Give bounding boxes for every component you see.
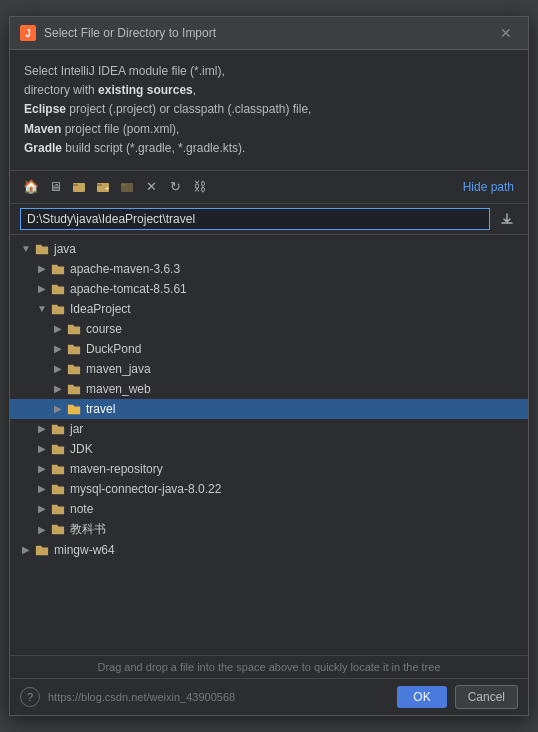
path-row: [10, 204, 528, 235]
folder-icon-course: [66, 321, 82, 337]
tree-label-travel: travel: [86, 402, 115, 416]
tree-label-jar: jar: [70, 422, 83, 436]
chevron-jar: ▶: [34, 423, 50, 434]
tree-item-ideaproject[interactable]: ▼ IdeaProject: [10, 299, 528, 319]
chevron-mingw: ▶: [18, 544, 34, 555]
tree-item-course[interactable]: ▶ course: [10, 319, 528, 339]
chevron-java: ▼: [18, 243, 34, 254]
close-button[interactable]: ✕: [494, 23, 518, 43]
tree-item-travel[interactable]: ▶ travel: [10, 399, 528, 419]
desc-line1: Select IntelliJ IDEA module file (*.iml)…: [24, 64, 225, 78]
desc-line4: Maven project file (pom.xml),: [24, 122, 179, 136]
tree-item-apache-tomcat[interactable]: ▶ apache-tomcat-8.5.61: [10, 279, 528, 299]
cancel-button[interactable]: Cancel: [455, 685, 518, 709]
chevron-travel: ▶: [50, 403, 66, 414]
chevron-textbook: ▶: [34, 524, 50, 535]
help-button[interactable]: ?: [20, 687, 40, 707]
desc-line3: Eclipse project (.project) or classpath …: [24, 102, 311, 116]
folder-icon-maven-repo: [50, 461, 66, 477]
tree-item-jar[interactable]: ▶ jar: [10, 419, 528, 439]
chevron-course: ▶: [50, 323, 66, 334]
tree-label-maven-java: maven_java: [86, 362, 151, 376]
chevron-maven-repo: ▶: [34, 463, 50, 474]
desc-line5: Gradle build script (*.gradle, *.gradle.…: [24, 141, 245, 155]
tree-item-apache-maven[interactable]: ▶ apache-maven-3.6.3: [10, 259, 528, 279]
tree-label-apache-tomcat: apache-tomcat-8.5.61: [70, 282, 187, 296]
folder-icon-mysql: [50, 481, 66, 497]
chevron-duckpond: ▶: [50, 343, 66, 354]
tree-label-maven-repo: maven-repository: [70, 462, 163, 476]
chevron-maven-web: ▶: [50, 383, 66, 394]
folder-icon-note: [50, 501, 66, 517]
tree-label-duckpond: DuckPond: [86, 342, 141, 356]
tree-item-java[interactable]: ▼ java: [10, 239, 528, 259]
svg-rect-6: [121, 184, 126, 186]
tree-item-mingw[interactable]: ▶ mingw-w64: [10, 540, 528, 560]
path-input[interactable]: [20, 208, 490, 230]
bottom-bar: ? https://blog.csdn.net/weixin_43900568 …: [10, 678, 528, 715]
delete-button[interactable]: ✕: [140, 176, 162, 198]
link-button[interactable]: ⛓: [188, 176, 210, 198]
folder-icon-travel: [66, 401, 82, 417]
home-button[interactable]: 🏠: [20, 176, 42, 198]
tree-label-maven-web: maven_web: [86, 382, 151, 396]
tree-label-textbook: 教科书: [70, 521, 106, 538]
chevron-apache-tomcat: ▶: [34, 283, 50, 294]
folder-icon-jdk: [50, 441, 66, 457]
desc-line2: directory with existing sources,: [24, 83, 196, 97]
chevron-jdk: ▶: [34, 443, 50, 454]
tree-item-maven-repo[interactable]: ▶ maven-repository: [10, 459, 528, 479]
tree-label-mysql: mysql-connector-java-8.0.22: [70, 482, 221, 496]
dialog: J Select File or Directory to Import ✕ S…: [9, 16, 529, 716]
desktop-button[interactable]: 🖥: [44, 176, 66, 198]
refresh-button[interactable]: ↻: [164, 176, 186, 198]
svg-text:+: +: [105, 185, 109, 192]
dialog-title: Select File or Directory to Import: [44, 26, 486, 40]
tree-label-apache-maven: apache-maven-3.6.3: [70, 262, 180, 276]
folder-icon-apache-tomcat: [50, 281, 66, 297]
folder-icon-mingw: [34, 542, 50, 558]
folder2-button[interactable]: +: [92, 176, 114, 198]
drag-hint: Drag and drop a file into the space abov…: [10, 655, 528, 678]
svg-rect-3: [97, 184, 102, 186]
toolbar: 🏠 🖥 + ✕ ↻ ⛓ Hide path: [10, 171, 528, 204]
chevron-ideaproject: ▼: [34, 303, 50, 314]
tree-label-note: note: [70, 502, 93, 516]
folder-icon-jar: [50, 421, 66, 437]
tree-label-java: java: [54, 242, 76, 256]
title-bar: J Select File or Directory to Import ✕: [10, 17, 528, 50]
chevron-note: ▶: [34, 503, 50, 514]
ok-button[interactable]: OK: [397, 686, 446, 708]
chevron-apache-maven: ▶: [34, 263, 50, 274]
folder-icon-duckpond: [66, 341, 82, 357]
tree-label-course: course: [86, 322, 122, 336]
folder-button[interactable]: [68, 176, 90, 198]
tree-label-ideaproject: IdeaProject: [70, 302, 131, 316]
app-icon: J: [20, 25, 36, 41]
tree-item-jdk[interactable]: ▶ JDK: [10, 439, 528, 459]
chevron-mysql: ▶: [34, 483, 50, 494]
folder-icon-textbook: [50, 521, 66, 537]
hide-path-button[interactable]: Hide path: [459, 178, 518, 196]
new-folder-button[interactable]: [116, 176, 138, 198]
description-text: Select IntelliJ IDEA module file (*.iml)…: [10, 50, 528, 171]
folder-icon-java: [34, 241, 50, 257]
svg-rect-1: [73, 184, 78, 186]
tree-label-mingw: mingw-w64: [54, 543, 115, 557]
chevron-maven-java: ▶: [50, 363, 66, 374]
tree-item-textbook[interactable]: ▶ 教科书: [10, 519, 528, 540]
file-tree[interactable]: ▼ java ▶ apache-maven-3.6.3 ▶ apache-tom…: [10, 235, 528, 655]
folder-icon-apache-maven: [50, 261, 66, 277]
status-url: https://blog.csdn.net/weixin_43900568: [48, 691, 389, 703]
tree-item-duckpond[interactable]: ▶ DuckPond: [10, 339, 528, 359]
folder-icon-maven-web: [66, 381, 82, 397]
tree-item-maven-java[interactable]: ▶ maven_java: [10, 359, 528, 379]
tree-label-jdk: JDK: [70, 442, 93, 456]
tree-item-maven-web[interactable]: ▶ maven_web: [10, 379, 528, 399]
folder-icon-maven-java: [66, 361, 82, 377]
tree-item-mysql[interactable]: ▶ mysql-connector-java-8.0.22: [10, 479, 528, 499]
download-button[interactable]: [496, 208, 518, 230]
tree-item-note[interactable]: ▶ note: [10, 499, 528, 519]
folder-icon-ideaproject: [50, 301, 66, 317]
